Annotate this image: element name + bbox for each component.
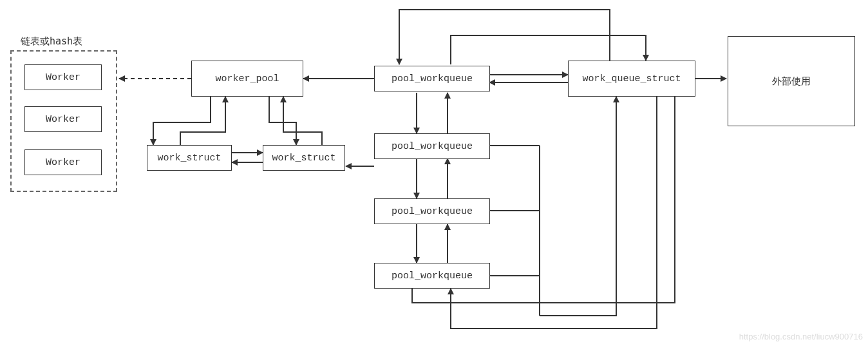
node-label: worker_pool — [215, 73, 279, 84]
worker-box-2: Worker — [24, 149, 102, 175]
node-label: pool_workqueue — [392, 73, 473, 84]
worker-box-0: Worker — [24, 64, 102, 90]
worker-label: Worker — [46, 72, 80, 83]
watermark: https://blog.csdn.net/liucw900716 — [739, 332, 863, 341]
node-label: pool_workqueue — [392, 141, 473, 152]
worker-label: Worker — [46, 114, 80, 125]
external-use-box: 外部使用 — [728, 36, 855, 126]
node-label: pool_workqueue — [392, 206, 473, 217]
worker-pool-box: worker_pool — [191, 61, 303, 97]
pool-workqueue-2: pool_workqueue — [374, 133, 490, 159]
group-title: 链表或hash表 — [21, 35, 82, 48]
work-struct-2: work_struct — [263, 145, 345, 171]
node-label: work_queue_struct — [582, 73, 681, 84]
node-label: work_struct — [157, 153, 221, 164]
pool-workqueue-4: pool_workqueue — [374, 263, 490, 289]
work-struct-1: work_struct — [147, 145, 232, 171]
pool-workqueue-3: pool_workqueue — [374, 198, 490, 224]
node-label: 外部使用 — [772, 75, 811, 88]
node-label: pool_workqueue — [392, 271, 473, 282]
worker-box-1: Worker — [24, 106, 102, 132]
node-label: work_struct — [272, 153, 335, 164]
pool-workqueue-1: pool_workqueue — [374, 66, 490, 91]
worker-label: Worker — [46, 157, 80, 168]
work-queue-struct-box: work_queue_struct — [568, 61, 695, 97]
diagram-canvas: 链表或hash表 Worker Worker Worker worker_poo… — [0, 0, 868, 344]
